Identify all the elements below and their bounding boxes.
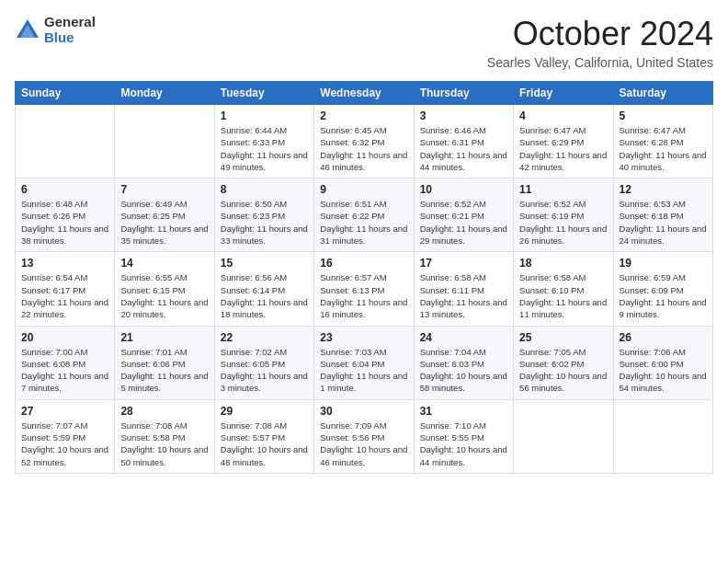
cell-info: Sunrise: 6:58 AM Sunset: 6:10 PM Dayligh… [519, 271, 607, 320]
day-number: 5 [620, 109, 707, 122]
calendar-week-row: 20Sunrise: 7:00 AM Sunset: 6:08 PM Dayli… [16, 326, 713, 399]
cell-info: Sunrise: 7:10 AM Sunset: 5:55 PM Dayligh… [420, 419, 507, 468]
cell-info: Sunrise: 6:57 AM Sunset: 6:13 PM Dayligh… [320, 271, 407, 320]
calendar-cell: 4Sunrise: 6:47 AM Sunset: 6:29 PM Daylig… [514, 105, 613, 178]
day-number: 12 [620, 183, 707, 196]
cell-info: Sunrise: 6:55 AM Sunset: 6:15 PM Dayligh… [120, 271, 208, 320]
day-number: 3 [420, 109, 507, 122]
calendar-cell: 7Sunrise: 6:49 AM Sunset: 6:25 PM Daylig… [115, 178, 214, 252]
calendar-week-row: 13Sunrise: 6:54 AM Sunset: 6:17 PM Dayli… [16, 252, 713, 326]
calendar-cell: 8Sunrise: 6:50 AM Sunset: 6:23 PM Daylig… [214, 178, 313, 252]
calendar-week-row: 6Sunrise: 6:48 AM Sunset: 6:26 PM Daylig… [16, 178, 713, 252]
calendar-cell: 28Sunrise: 7:08 AM Sunset: 5:58 PM Dayli… [115, 399, 214, 473]
day-number: 9 [320, 183, 407, 196]
cell-info: Sunrise: 7:06 AM Sunset: 6:00 PM Dayligh… [620, 346, 707, 395]
calendar-cell: 24Sunrise: 7:04 AM Sunset: 6:03 PM Dayli… [414, 326, 513, 399]
day-number: 29 [221, 405, 308, 418]
cell-info: Sunrise: 7:08 AM Sunset: 5:58 PM Dayligh… [120, 419, 208, 468]
calendar-cell: 26Sunrise: 7:06 AM Sunset: 6:00 PM Dayli… [613, 326, 712, 399]
day-number: 28 [120, 405, 208, 418]
calendar-cell: 12Sunrise: 6:53 AM Sunset: 6:18 PM Dayli… [613, 178, 712, 252]
calendar-cell: 13Sunrise: 6:54 AM Sunset: 6:17 PM Dayli… [16, 252, 115, 326]
cell-info: Sunrise: 6:59 AM Sunset: 6:09 PM Dayligh… [620, 271, 707, 320]
cell-info: Sunrise: 6:52 AM Sunset: 6:21 PM Dayligh… [420, 198, 507, 247]
cell-info: Sunrise: 6:49 AM Sunset: 6:25 PM Dayligh… [120, 198, 208, 247]
day-header-thursday: Thursday [414, 82, 513, 105]
day-number: 14 [120, 257, 208, 270]
day-number: 1 [221, 109, 308, 122]
cell-info: Sunrise: 7:01 AM Sunset: 6:06 PM Dayligh… [120, 346, 208, 395]
cell-info: Sunrise: 7:00 AM Sunset: 6:08 PM Dayligh… [21, 346, 108, 395]
logo-blue: Blue [44, 30, 96, 46]
calendar-header-row: SundayMondayTuesdayWednesdayThursdayFrid… [16, 82, 713, 105]
calendar-cell: 29Sunrise: 7:08 AM Sunset: 5:57 PM Dayli… [214, 399, 313, 473]
calendar-cell: 18Sunrise: 6:58 AM Sunset: 6:10 PM Dayli… [514, 252, 613, 326]
day-number: 30 [320, 405, 407, 418]
day-number: 10 [420, 183, 507, 196]
logo-icon [15, 17, 40, 43]
day-number: 17 [420, 257, 507, 270]
day-number: 6 [21, 183, 108, 196]
calendar-cell: 31Sunrise: 7:10 AM Sunset: 5:55 PM Dayli… [414, 399, 513, 473]
calendar-cell: 15Sunrise: 6:56 AM Sunset: 6:14 PM Dayli… [214, 252, 313, 326]
day-number: 16 [320, 257, 407, 270]
day-number: 27 [21, 405, 108, 418]
day-number: 19 [620, 257, 707, 270]
calendar-cell: 2Sunrise: 6:45 AM Sunset: 6:32 PM Daylig… [314, 105, 414, 178]
page-header: General Blue October 2024 Searles Valley… [15, 15, 713, 70]
day-number: 18 [519, 257, 607, 270]
calendar-cell: 30Sunrise: 7:09 AM Sunset: 5:56 PM Dayli… [314, 399, 414, 473]
cell-info: Sunrise: 6:56 AM Sunset: 6:14 PM Dayligh… [221, 271, 308, 320]
calendar-cell [613, 399, 712, 473]
day-header-saturday: Saturday [613, 82, 712, 105]
logo-text: General Blue [44, 15, 96, 45]
day-number: 4 [519, 109, 607, 122]
cell-info: Sunrise: 6:54 AM Sunset: 6:17 PM Dayligh… [21, 271, 108, 320]
cell-info: Sunrise: 6:48 AM Sunset: 6:26 PM Dayligh… [21, 198, 108, 247]
cell-info: Sunrise: 6:47 AM Sunset: 6:29 PM Dayligh… [519, 124, 607, 173]
calendar-cell: 5Sunrise: 6:47 AM Sunset: 6:28 PM Daylig… [613, 105, 712, 178]
calendar-cell: 3Sunrise: 6:46 AM Sunset: 6:31 PM Daylig… [414, 105, 513, 178]
calendar-cell: 6Sunrise: 6:48 AM Sunset: 6:26 PM Daylig… [16, 178, 115, 252]
cell-info: Sunrise: 6:53 AM Sunset: 6:18 PM Dayligh… [620, 198, 707, 247]
day-number: 21 [120, 331, 208, 344]
calendar-cell: 20Sunrise: 7:00 AM Sunset: 6:08 PM Dayli… [16, 326, 115, 399]
month-title: October 2024 [487, 15, 713, 53]
cell-info: Sunrise: 7:03 AM Sunset: 6:04 PM Dayligh… [320, 346, 407, 395]
calendar-cell: 22Sunrise: 7:02 AM Sunset: 6:05 PM Dayli… [214, 326, 313, 399]
calendar-cell [16, 105, 115, 178]
cell-info: Sunrise: 6:45 AM Sunset: 6:32 PM Dayligh… [320, 124, 407, 173]
day-number: 26 [620, 331, 707, 344]
cell-info: Sunrise: 6:51 AM Sunset: 6:22 PM Dayligh… [320, 198, 407, 247]
day-header-friday: Friday [514, 82, 613, 105]
calendar-cell: 25Sunrise: 7:05 AM Sunset: 6:02 PM Dayli… [514, 326, 613, 399]
day-number: 23 [320, 331, 407, 344]
calendar-cell: 27Sunrise: 7:07 AM Sunset: 5:59 PM Dayli… [16, 399, 115, 473]
day-number: 24 [420, 331, 507, 344]
day-number: 20 [21, 331, 108, 344]
calendar-cell: 1Sunrise: 6:44 AM Sunset: 6:33 PM Daylig… [214, 105, 313, 178]
calendar-cell: 9Sunrise: 6:51 AM Sunset: 6:22 PM Daylig… [314, 178, 414, 252]
calendar-cell: 17Sunrise: 6:58 AM Sunset: 6:11 PM Dayli… [414, 252, 513, 326]
day-header-sunday: Sunday [16, 82, 115, 105]
day-number: 13 [21, 257, 108, 270]
day-number: 15 [221, 257, 308, 270]
cell-info: Sunrise: 7:08 AM Sunset: 5:57 PM Dayligh… [221, 419, 308, 468]
cell-info: Sunrise: 6:47 AM Sunset: 6:28 PM Dayligh… [620, 124, 707, 173]
day-header-monday: Monday [115, 82, 214, 105]
cell-info: Sunrise: 7:09 AM Sunset: 5:56 PM Dayligh… [320, 419, 407, 468]
cell-info: Sunrise: 6:46 AM Sunset: 6:31 PM Dayligh… [420, 124, 507, 173]
calendar-cell [115, 105, 214, 178]
calendar-cell: 21Sunrise: 7:01 AM Sunset: 6:06 PM Dayli… [115, 326, 214, 399]
day-number: 7 [120, 183, 208, 196]
calendar-cell: 10Sunrise: 6:52 AM Sunset: 6:21 PM Dayli… [414, 178, 513, 252]
calendar-cell: 11Sunrise: 6:52 AM Sunset: 6:19 PM Dayli… [514, 178, 613, 252]
day-number: 31 [420, 405, 507, 418]
calendar-cell: 23Sunrise: 7:03 AM Sunset: 6:04 PM Dayli… [314, 326, 414, 399]
logo-general: General [44, 15, 96, 30]
calendar-cell: 16Sunrise: 6:57 AM Sunset: 6:13 PM Dayli… [314, 252, 414, 326]
calendar-cell: 14Sunrise: 6:55 AM Sunset: 6:15 PM Dayli… [115, 252, 214, 326]
cell-info: Sunrise: 7:02 AM Sunset: 6:05 PM Dayligh… [221, 346, 308, 395]
cell-info: Sunrise: 7:05 AM Sunset: 6:02 PM Dayligh… [519, 346, 607, 395]
calendar-cell [514, 399, 613, 473]
